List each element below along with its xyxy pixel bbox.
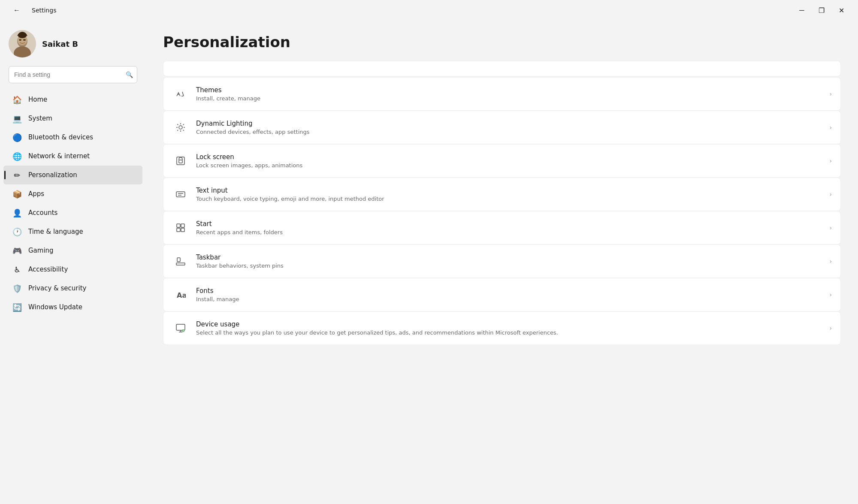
time-icon: 🕐 [12,226,22,237]
sidebar-item-accounts[interactable]: 👤 Accounts [3,203,142,222]
settings-item-taskbar[interactable]: Taskbar Taskbar behaviors, system pins › [163,244,841,278]
close-button[interactable]: ✕ [831,3,851,18]
titlebar-controls: ─ ❐ ✕ [792,3,851,18]
dynamic-lighting-title: Dynamic Lighting [196,120,824,127]
themes-arrow: › [829,91,832,97]
svg-rect-15 [176,263,185,265]
gaming-icon: 🎮 [12,245,22,256]
taskbar-text: Taskbar Taskbar behaviors, system pins [196,254,824,269]
settings-item-start[interactable]: Start Recent apps and items, folders › [163,211,841,244]
fonts-title: Fonts [196,287,824,295]
start-desc: Recent apps and items, folders [196,229,824,235]
text-input-title: Text input [196,187,824,194]
sidebar-item-label-privacy: Privacy & security [28,284,86,292]
settings-item-device-usage[interactable]: Device usage Select all the ways you pla… [163,311,841,345]
titlebar: ← Settings ─ ❐ ✕ [0,0,858,21]
device-usage-title: Device usage [196,320,824,328]
sidebar-item-system[interactable]: 💻 System [3,109,142,128]
settings-item-themes[interactable]: Themes Install, create, manage › [163,77,841,111]
svg-rect-14 [181,228,184,232]
titlebar-title: Settings [32,7,56,14]
settings-item-fonts[interactable]: Aa Fonts Install, manage › [163,278,841,311]
avatar [9,30,36,57]
sidebar-item-gaming[interactable]: 🎮 Gaming [3,241,142,260]
sidebar-item-label-personalization: Personalization [28,171,77,179]
home-icon: 🏠 [12,94,22,105]
back-icon: ← [13,6,20,14]
sidebar-item-privacy[interactable]: 🛡️ Privacy & security [3,279,142,298]
sidebar-item-label-gaming: Gaming [28,247,54,254]
svg-rect-13 [177,228,180,232]
dynamic-lighting-desc: Connected devices, effects, app settings [196,129,824,135]
network-icon: 🌐 [12,151,22,161]
sidebar-item-label-network: Network & internet [28,152,90,160]
settings-item-dynamic-lighting[interactable]: Dynamic Lighting Connected devices, effe… [163,111,841,144]
sidebar-item-label-home: Home [28,96,47,103]
themes-desc: Install, create, manage [196,95,824,102]
accounts-icon: 👤 [12,208,22,218]
sidebar-item-accessibility[interactable]: ♿ Accessibility [3,260,142,279]
start-icon [172,219,189,236]
dynamic-lighting-arrow: › [829,124,832,131]
search-input[interactable] [9,66,137,83]
accessibility-icon: ♿ [12,264,22,275]
fonts-arrow: › [829,291,832,298]
themes-icon [172,85,189,103]
lock-screen-title: Lock screen [196,153,824,161]
svg-point-7 [179,126,182,129]
lock-screen-icon [172,152,189,169]
taskbar-title: Taskbar [196,254,824,261]
text-input-desc: Touch keyboard, voice typing, emoji and … [196,196,824,202]
lock-screen-arrow: › [829,157,832,164]
sidebar-item-bluetooth[interactable]: 🔵 Bluetooth & devices [3,128,142,147]
content-area: Personalization Themes Install, create, … [146,21,858,504]
maximize-button[interactable]: ❐ [812,3,831,18]
sidebar-item-label-accounts: Accounts [28,209,57,217]
fonts-icon: Aa [172,286,189,303]
back-button[interactable]: ← [7,3,27,18]
taskbar-arrow: › [829,258,832,265]
svg-rect-9 [179,160,182,163]
privacy-icon: 🛡️ [12,283,22,293]
text-input-arrow: › [829,191,832,198]
svg-rect-10 [176,192,185,197]
nav-items-container: 🏠 Home 💻 System 🔵 Bluetooth & devices 🌐 … [0,90,146,317]
svg-text:Aa: Aa [177,291,186,299]
settings-item-lock-screen[interactable]: Lock screen Lock screen images, apps, an… [163,144,841,178]
text-input-text: Text input Touch keyboard, voice typing,… [196,187,824,202]
fonts-desc: Install, manage [196,296,824,302]
themes-title: Themes [196,86,824,94]
apps-icon: 📦 [12,189,22,199]
titlebar-left: ← Settings [7,3,56,18]
page-title: Personalization [163,33,841,51]
sidebar-item-apps[interactable]: 📦 Apps [3,184,142,203]
user-profile[interactable]: Saikat B [0,26,146,66]
settings-item-partial[interactable] [163,61,841,76]
minimize-button[interactable]: ─ [792,3,812,18]
device-usage-icon [172,320,189,337]
sidebar-item-time[interactable]: 🕐 Time & language [3,222,142,241]
start-title: Start [196,220,824,228]
close-icon: ✕ [839,6,844,15]
sidebar-item-network[interactable]: 🌐 Network & internet [3,147,142,166]
lock-screen-desc: Lock screen images, apps, animations [196,162,824,169]
device-usage-desc: Select all the ways you plan to use your… [196,329,824,336]
update-icon: 🔄 [12,302,22,312]
sidebar-item-label-update: Windows Update [28,303,82,311]
user-name: Saikat B [42,39,78,48]
svg-rect-18 [176,324,185,330]
settings-item-text-input[interactable]: Text input Touch keyboard, voice typing,… [163,178,841,211]
svg-point-6 [18,33,27,38]
device-usage-text: Device usage Select all the ways you pla… [196,320,824,336]
themes-text: Themes Install, create, manage [196,86,824,102]
svg-point-4 [19,39,21,41]
svg-point-5 [23,39,26,41]
svg-rect-16 [177,258,180,262]
sidebar-item-personalization[interactable]: ✏️ Personalization [3,166,142,184]
sidebar-item-update[interactable]: 🔄 Windows Update [3,298,142,317]
dynamic-lighting-text: Dynamic Lighting Connected devices, effe… [196,120,824,135]
minimize-icon: ─ [799,6,804,14]
search-container: 🔍 [9,66,137,83]
fonts-text: Fonts Install, manage [196,287,824,302]
sidebar-item-home[interactable]: 🏠 Home [3,90,142,109]
